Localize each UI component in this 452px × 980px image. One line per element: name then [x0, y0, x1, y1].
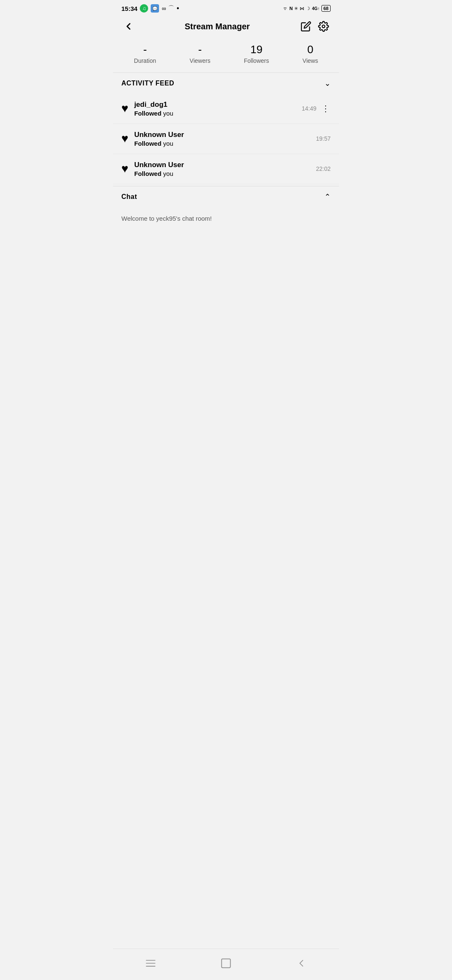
activity-meta: 19:57 [316, 135, 331, 142]
nav-home-button[interactable] [212, 955, 240, 972]
bluetooth-icon: ✳ [294, 6, 298, 11]
svg-point-0 [322, 25, 325, 28]
activity-feed-list: ♥ jedi_dog1 Followed you 14:49 ⋮ ♥ Unkno… [113, 94, 339, 184]
chat-app-icon: 💬 [151, 4, 159, 13]
activity-content: jedi_dog1 Followed you [134, 101, 296, 117]
stat-followers-value: 19 [250, 44, 262, 56]
page-title: Stream Manager [136, 22, 299, 31]
drop-icon: 🜄 [283, 6, 288, 11]
more-options-button[interactable]: ⋮ [321, 103, 331, 113]
cloud-icon: ⌒ [168, 5, 174, 12]
activity-meta: 22:02 [316, 165, 331, 172]
stat-followers-label: Followers [244, 57, 269, 64]
stat-duration-label: Duration [134, 57, 156, 64]
chat-header[interactable]: Chat ⌃ [113, 186, 339, 207]
activity-time: 14:49 [302, 105, 316, 112]
activity-item: ♥ jedi_dog1 Followed you 14:49 ⋮ [113, 94, 339, 124]
battery-indicator: 68 [321, 5, 331, 12]
chat-chevron-up-icon: ⌃ [324, 192, 331, 201]
status-left: 15:34 ♫ 💬 ∞ ⌒ • [121, 4, 179, 13]
activity-content: Unknown User Followed you [134, 131, 310, 147]
stat-followers: 19 Followers [244, 44, 269, 64]
edit-button[interactable] [299, 19, 313, 34]
activity-feed-header[interactable]: ACTIVITY FEED ⌄ [113, 72, 339, 94]
status-time: 15:34 [121, 5, 137, 12]
activity-time: 19:57 [316, 135, 331, 142]
activity-action: Followed you [134, 170, 310, 177]
n-icon: N [289, 6, 293, 11]
header: Stream Manager [113, 15, 339, 39]
vibrate-icon: ⋈ [300, 6, 304, 11]
heart-icon: ♥ [121, 103, 128, 114]
activity-action: Followed you [134, 140, 310, 147]
activity-action-bold: Followed [134, 170, 162, 177]
activity-username: jedi_dog1 [134, 101, 296, 109]
heart-icon: ♥ [121, 163, 128, 175]
heart-icon: ♥ [121, 133, 128, 144]
status-bar: 15:34 ♫ 💬 ∞ ⌒ • 🜄 N ✳ ⋈ ☽ 4G↑ 68 [113, 0, 339, 15]
activity-meta: 14:49 ⋮ [302, 103, 331, 113]
status-right: 🜄 N ✳ ⋈ ☽ 4G↑ 68 [283, 5, 331, 12]
chat-title: Chat [121, 193, 137, 201]
activity-action-suffix: you [163, 110, 173, 117]
activity-action-bold: Followed [134, 140, 162, 147]
back-button[interactable] [121, 19, 136, 34]
stat-views-value: 0 [307, 44, 313, 56]
activity-item: ♥ Unknown User Followed you 22:02 [113, 154, 339, 184]
stat-views-label: Views [303, 57, 318, 64]
activity-action-bold: Followed [134, 110, 162, 117]
stat-viewers-value: - [198, 44, 202, 56]
activity-username: Unknown User [134, 131, 310, 139]
nav-menu-button[interactable] [136, 955, 165, 972]
chat-section: Welcome to yeck95's chat room! [113, 207, 339, 949]
svg-rect-4 [222, 959, 231, 968]
activity-action-suffix: you [163, 170, 173, 177]
activity-action: Followed you [134, 110, 296, 117]
activity-feed-title: ACTIVITY FEED [121, 80, 174, 87]
activity-username: Unknown User [134, 161, 310, 169]
activity-item: ♥ Unknown User Followed you 19:57 [113, 124, 339, 154]
activity-time: 22:02 [316, 165, 331, 172]
settings-button[interactable] [316, 19, 331, 34]
stats-row: - Duration - Viewers 19 Followers 0 View… [113, 39, 339, 72]
stat-viewers: - Viewers [190, 44, 211, 64]
bottom-nav [113, 949, 339, 980]
stat-duration: - Duration [134, 44, 156, 64]
moon-icon: ☽ [306, 6, 310, 11]
dot-icon: • [177, 5, 179, 12]
activity-action-suffix: you [163, 140, 173, 147]
stat-viewers-label: Viewers [190, 57, 211, 64]
spotify-icon: ♫ [140, 4, 148, 13]
signal-icon: 4G↑ [312, 6, 319, 11]
nav-back-button[interactable] [287, 955, 316, 972]
chain-icon: ∞ [162, 5, 166, 12]
stat-views: 0 Views [303, 44, 318, 64]
activity-content: Unknown User Followed you [134, 161, 310, 177]
activity-feed-chevron-down-icon: ⌄ [324, 79, 331, 88]
chat-welcome-message: Welcome to yeck95's chat room! [113, 207, 339, 230]
stat-duration-value: - [143, 44, 147, 56]
